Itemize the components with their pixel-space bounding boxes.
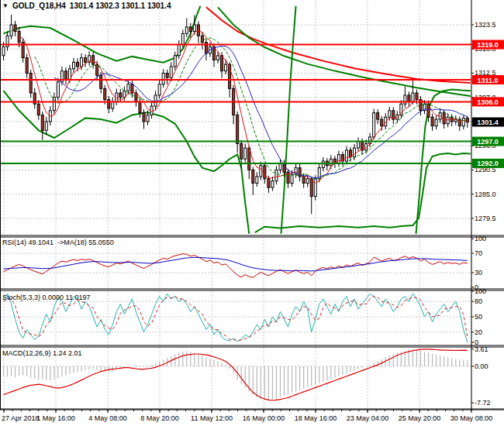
rsi-indicator-label: RSI(14) 49.1041 ->MA(18) 55.0550 (2, 239, 114, 247)
candle-bull (178, 45, 180, 56)
price-badge-label: 1319.0 (477, 41, 499, 49)
macd-indicator-label: MACD(12,26,9) 1.24 2.01 (2, 349, 82, 358)
candle-bull (330, 159, 332, 166)
time-axis-label: 27 Apr 2018 (2, 414, 40, 422)
candle-bear (252, 170, 254, 183)
axis-tick-label: 1285.0 (475, 191, 496, 198)
candle-bear (108, 100, 110, 108)
axis-tick-label: 30 (475, 269, 482, 277)
price-badge-label: 1311.0 (477, 77, 498, 84)
candle-bear (41, 115, 43, 130)
candle-bear (119, 93, 122, 98)
candle-bull (275, 170, 278, 180)
time-axis-label: 16 May 00:00 (243, 414, 285, 422)
time-axis-label: 8 May 20:00 (140, 414, 179, 422)
axis-tick-label: 3.61 (475, 345, 488, 353)
candle-bear (92, 56, 95, 64)
candle-bull (291, 174, 293, 183)
candle-bull (193, 25, 195, 32)
price-badge-label: 1301.4 (477, 119, 499, 126)
axis-tick-label: 70 (475, 249, 482, 257)
candle-bear (248, 148, 250, 170)
price-badge-label: 1292.0 (477, 160, 499, 167)
candle-bear (29, 73, 32, 93)
candle-bull (185, 27, 188, 34)
candle-bull (447, 117, 449, 124)
axis-tick-label: 50 (475, 313, 482, 321)
candle-bull (73, 62, 75, 69)
time-axis-label: 30 May 08:00 (450, 414, 493, 422)
candle-bull (256, 177, 258, 184)
candle-bear (268, 179, 270, 187)
time-axis-label: 18 May 16:00 (295, 414, 337, 422)
candle-bull (154, 95, 157, 106)
candle-bear (381, 119, 383, 126)
candle-bear (139, 101, 141, 112)
axis-tick-label: 20 (475, 328, 482, 336)
candle-bull (112, 101, 114, 108)
candle-bear (302, 177, 305, 184)
candle-bull (388, 111, 391, 118)
candle-bear (14, 25, 16, 32)
time-axis-label: 23 May 04:00 (347, 414, 389, 422)
candle-bear (166, 73, 168, 77)
candle-bear (240, 143, 243, 159)
chart-canvas: 1323.51318.01312.51307.01301.51296.01290… (0, 0, 504, 426)
price-badge-label: 1297.0 (477, 138, 499, 146)
candle-bull (314, 179, 316, 197)
candle-bear (236, 115, 239, 143)
candle-bear (26, 58, 28, 74)
stoch-indicator-label: Stoch(5,3,3) 0.0000 11.0197 (2, 294, 90, 302)
candle-bull (435, 119, 437, 126)
axis-tick-label: -7.72 (475, 399, 491, 407)
axis-tick-label: 0.00 (475, 362, 488, 370)
candle-bear (189, 27, 192, 32)
axis-tick-label: 1323.5 (475, 21, 496, 29)
candle-bull (373, 113, 375, 137)
axis-tick-label: 1279.5 (475, 215, 496, 222)
candle-bull (345, 150, 347, 161)
symbol-dropdown-icon[interactable]: ▼ (2, 2, 9, 9)
candle-bull (57, 82, 59, 98)
chart-title-bar: ▼ GOLD_Q18,H4 1301.4 1302.3 1301.1 1301.… (2, 2, 171, 10)
candle-bull (357, 142, 360, 149)
trading-chart-window: 1323.51318.01312.51307.01301.51296.01290… (0, 0, 504, 426)
candle-bull (271, 181, 274, 188)
candle-bear (100, 75, 102, 88)
candle-bear (104, 88, 106, 99)
candle-bull (462, 118, 464, 125)
candle-bear (408, 95, 410, 102)
candle-bull (279, 163, 281, 170)
candle-bear (64, 71, 67, 80)
candle-bull (412, 93, 414, 101)
candle-bull (322, 161, 324, 168)
candle-bull (10, 25, 12, 36)
candle-bear (143, 113, 145, 122)
price-badge-label: 1306.0 (477, 98, 499, 106)
axis-tick-label: 80 (475, 297, 482, 305)
time-axis-label: 11 May 12:00 (191, 414, 233, 422)
candle-bull (260, 166, 262, 177)
candle-bull (225, 64, 227, 71)
candle-bull (306, 179, 309, 184)
candle-bull (404, 95, 406, 104)
candle-bull (337, 155, 340, 163)
candle-bear (264, 166, 266, 179)
candle-bull (127, 84, 129, 91)
candle-bull (162, 73, 164, 84)
candle-bull (45, 122, 47, 130)
candle-bull (2, 46, 5, 55)
candle-bear (377, 113, 379, 120)
candle-bear (77, 62, 79, 67)
axis-tick-label: 100 (475, 287, 486, 295)
time-axis-label: 4 May 08:00 (88, 414, 127, 422)
candle-bull (217, 56, 219, 60)
ohlc-readout: 1301.4 1302.3 1301.1 1301.4 (70, 2, 171, 10)
candle-bull (181, 33, 184, 44)
candle-bull (244, 148, 247, 159)
candle-bull (170, 67, 172, 77)
time-axis-label: 25 May 20:00 (399, 414, 441, 422)
candle-bull (158, 84, 161, 95)
candle-bear (349, 150, 351, 157)
candle-bear (431, 117, 433, 125)
